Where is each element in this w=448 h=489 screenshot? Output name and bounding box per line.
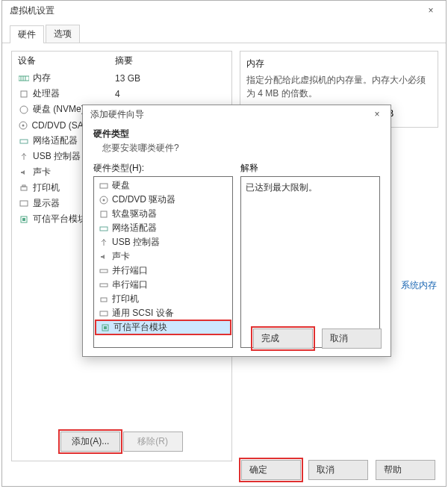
svg-rect-24	[104, 326, 107, 329]
device-row[interactable]: 内存 13 GB	[12, 70, 231, 86]
hw-item-serial[interactable]: 串行端口	[94, 278, 232, 292]
device-list-header: 设备 摘要	[12, 52, 231, 70]
memory-description: 指定分配给此虚拟机的内存量。内存大小必须为 4 MB 的倍数。	[246, 73, 432, 100]
window-title: 虚拟机设置	[10, 1, 55, 20]
hw-item-tpm[interactable]: 可信平台模块	[96, 320, 231, 334]
hw-item-usb[interactable]: USB 控制器	[94, 235, 232, 249]
tab-options[interactable]: 选项	[46, 25, 80, 43]
hw-item-label: 网络适配器	[112, 222, 157, 234]
col-device: 设备	[18, 54, 115, 67]
svg-rect-0	[19, 76, 29, 81]
printer-icon	[18, 183, 30, 193]
hw-item-printer[interactable]: 打印机	[94, 292, 232, 306]
svg-rect-9	[21, 187, 27, 190]
wizard-button-row: 完成 取消	[253, 328, 382, 349]
hw-item-label: 软盘驱动器	[112, 208, 157, 220]
svg-rect-4	[21, 91, 27, 97]
ok-button[interactable]: 确定	[241, 460, 301, 480]
usb-icon	[99, 237, 109, 248]
hw-item-label: 硬盘	[112, 179, 130, 192]
device-name: 处理器	[33, 87, 115, 100]
svg-rect-21	[101, 298, 107, 302]
add-device-button[interactable]: 添加(A)...	[60, 432, 120, 452]
svg-rect-14	[100, 184, 108, 188]
hardware-type-column: 硬件类型(H): 硬盘 CD/DVD 驱动器 软盘驱动器 网络适配器 USB 控…	[93, 162, 233, 348]
device-row[interactable]: 处理器 4	[12, 86, 231, 102]
hw-item-scsi[interactable]: 通用 SCSI 设备	[94, 306, 232, 320]
memory-section-title: 内存	[246, 57, 432, 70]
help-button[interactable]: 帮助	[376, 460, 435, 480]
svg-rect-17	[101, 211, 107, 217]
explanation-box: 已达到最大限制。	[240, 176, 380, 348]
tab-bar: 硬件 选项	[2, 20, 446, 43]
hw-item-label: 通用 SCSI 设备	[112, 307, 174, 320]
system-memory-label: 系统内存	[401, 279, 437, 292]
svg-rect-19	[100, 270, 108, 272]
explanation-text: 已达到最大限制。	[246, 182, 317, 193]
svg-rect-11	[20, 201, 28, 206]
hw-item-disk[interactable]: 硬盘	[94, 178, 232, 193]
svg-point-5	[20, 106, 28, 113]
tab-hardware[interactable]: 硬件	[10, 25, 44, 43]
cd-icon	[99, 195, 109, 205]
svg-point-16	[103, 199, 105, 201]
svg-rect-18	[100, 227, 108, 231]
disk-icon	[99, 181, 109, 191]
remove-device-button: 移除(R)	[123, 432, 183, 452]
hw-item-network[interactable]: 网络适配器	[94, 221, 232, 235]
sound-icon	[99, 252, 109, 262]
port-icon	[99, 266, 109, 276]
sound-icon	[18, 167, 30, 178]
tpm-icon	[18, 214, 30, 225]
explanation-column: 解释 已达到最大限制。	[240, 162, 380, 348]
disk-icon	[18, 105, 30, 115]
port-icon	[99, 280, 109, 290]
net-icon	[18, 136, 30, 146]
svg-point-7	[22, 124, 25, 126]
device-name: 内存	[33, 72, 115, 84]
hw-item-sound[interactable]: 声卡	[94, 249, 232, 264]
hw-item-label: 并行端口	[112, 264, 148, 277]
hw-item-label: 可信平台模块	[113, 321, 167, 334]
hw-item-floppy[interactable]: 软盘驱动器	[94, 207, 232, 221]
svg-rect-22	[100, 311, 108, 316]
explanation-label: 解释	[240, 162, 380, 175]
svg-rect-20	[100, 284, 108, 287]
wizard-window-title: 添加硬件向导	[90, 105, 144, 123]
wizard-heading: 硬件类型	[93, 128, 380, 140]
cpu-icon	[18, 89, 30, 99]
hw-item-parallel[interactable]: 并行端口	[94, 264, 232, 278]
tpm-icon	[100, 323, 111, 333]
wizard-subheading: 您要安装哪类硬件?	[93, 142, 380, 155]
device-list-buttons: 添加(A)... 移除(R)	[12, 432, 231, 452]
hw-item-label: USB 控制器	[112, 236, 160, 249]
close-icon[interactable]: ×	[416, 1, 446, 20]
device-summary: 4	[115, 89, 120, 99]
wizard-cancel-button[interactable]: 取消	[322, 328, 382, 349]
hw-item-label: 串行端口	[112, 278, 148, 291]
cancel-button[interactable]: 取消	[308, 460, 368, 480]
svg-rect-10	[22, 185, 25, 187]
add-hardware-wizard: 添加硬件向导 × 硬件类型 您要安装哪类硬件? 硬件类型(H): 硬盘 CD/D…	[82, 105, 391, 357]
scsi-icon	[99, 308, 109, 319]
wizard-body: 硬件类型(H): 硬盘 CD/DVD 驱动器 软盘驱动器 网络适配器 USB 控…	[83, 162, 391, 348]
net-icon	[99, 223, 109, 234]
close-icon[interactable]: ×	[364, 105, 391, 123]
usb-icon	[18, 152, 30, 162]
hw-item-cddvd[interactable]: CD/DVD 驱动器	[94, 193, 232, 207]
hardware-type-list[interactable]: 硬盘 CD/DVD 驱动器 软盘驱动器 网络适配器 USB 控制器 声卡 并行端…	[93, 176, 233, 348]
titlebar: 虚拟机设置 ×	[2, 1, 446, 20]
device-summary: 13 GB	[115, 73, 140, 84]
svg-rect-13	[22, 218, 25, 221]
finish-button[interactable]: 完成	[253, 328, 313, 349]
wizard-titlebar: 添加硬件向导 ×	[83, 105, 391, 123]
hw-item-label: 打印机	[112, 293, 139, 305]
main-area: 设备 摘要 内存 13 GB 处理器 4 硬盘 (NVMe) 108 GB CD…	[2, 43, 446, 58]
col-summary: 摘要	[115, 54, 133, 67]
hw-item-label: CD/DVD 驱动器	[112, 193, 175, 206]
cd-icon	[18, 120, 28, 131]
hardware-list-label: 硬件类型(H):	[93, 162, 233, 175]
printer-icon	[99, 294, 109, 305]
svg-rect-8	[20, 140, 28, 143]
hw-item-label: 声卡	[112, 250, 130, 263]
